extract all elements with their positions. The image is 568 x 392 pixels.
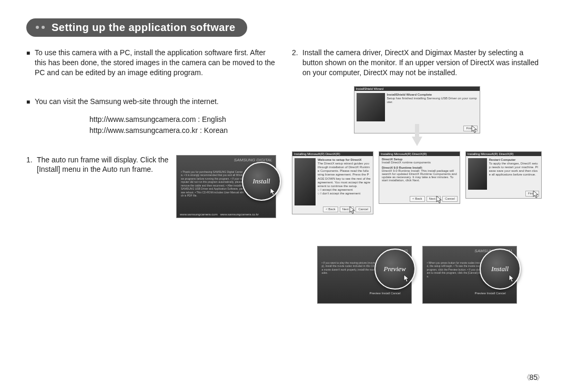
page-heading: Setting up the application software (26, 18, 542, 38)
install-body: • When you press button for movie codec … (427, 261, 485, 278)
preview-buttons: Preview Install Cancel (369, 292, 400, 295)
dialog-heading: InstallShield Wizard Complete (387, 93, 432, 96)
dialog-heading: Restart Computer (489, 158, 516, 161)
intro-paragraph-1: ■ To use this camera with a PC, install … (26, 48, 276, 78)
install-zoom-circle: Install (242, 162, 281, 201)
step-1: 1. The auto run frame will display. Clic… (26, 155, 170, 175)
preview-body: • If you want to play the moving picture… (322, 261, 380, 275)
heading-text: Setting up the application software (52, 22, 236, 33)
directx-setup-dialog: Installing Microsoft(R) DirectX(R) Direc… (379, 151, 460, 204)
square-bullet-icon: ■ (26, 48, 35, 78)
cursor-icon (435, 195, 443, 204)
intro-2-text: You can visit the Samsung web-site throu… (35, 97, 276, 107)
install-zoom-label: Install (252, 177, 270, 185)
step-2: 2. Install the camera driver, DirectX an… (292, 48, 542, 78)
cursor-icon (532, 190, 540, 199)
intro-1-text: To use this camera with a PC, install th… (35, 48, 276, 78)
website-urls: http://www.samsungcamera.com : English h… (89, 114, 276, 136)
left-column: ■ To use this camera with a PC, install … (26, 48, 276, 304)
cursor-icon (403, 274, 410, 283)
step-1-number: 1. (26, 155, 34, 175)
intro-paragraph-2: ■ You can visit the Samsung web-site thr… (26, 97, 276, 107)
dialog-sub: Install DirectX runtime components (382, 161, 431, 164)
dialog-title: Installing Microsoft(R) DirectX(R) (466, 152, 541, 156)
install-zoom-label-2: Install (491, 265, 509, 273)
heading-dots-icon (36, 26, 45, 29)
arrow-down-icon (412, 137, 422, 146)
manual-page: Setting up the application software ■ To… (0, 0, 568, 392)
directx-restart-dialog: Installing Microsoft(R) DirectX(R) Resta… (465, 151, 542, 199)
autorun-brand: SAMSUNG DIGITAL (234, 158, 272, 162)
dialog-title: Installing Microsoft(R) DirectX(R) (292, 152, 373, 156)
autorun-footer: www.samsungcamera.com www.samsungcamera.… (180, 213, 259, 216)
step-2-text: Install the camera driver, DirectX and D… (302, 48, 542, 78)
step-2-number: 2. (292, 48, 299, 78)
dialog-title: InstallShield Wizard (354, 87, 480, 91)
cancel-button[interactable]: Cancel (442, 196, 458, 201)
preview-zoom-circle: Preview (374, 249, 415, 290)
autorun-body-text: • Thank you for purchasing SAMSUNG Digit… (181, 170, 244, 198)
two-column-layout: ■ To use this camera with a PC, install … (26, 48, 542, 304)
step-1-text: The auto run frame will display. Click t… (37, 155, 170, 175)
dialog-body: To apply the changes, DirectX setup need… (489, 162, 538, 177)
dialog-side-image (468, 158, 487, 190)
dialog-side-image (357, 93, 385, 121)
cancel-button[interactable]: Cancel (356, 207, 371, 212)
cursor-icon (508, 274, 515, 283)
install-zoom-circle-2: Install (480, 249, 521, 290)
directx-dialog-row: Installing Microsoft(R) DirectX(R) Welco… (292, 151, 542, 214)
step-1-row: 1. The auto run frame will display. Clic… (26, 155, 276, 218)
install-screenshot: SAMSUNG DIGITAL • When you press button … (422, 246, 517, 304)
cursor-icon (471, 125, 478, 134)
url-english: http://www.samsungcamera.com : English (89, 114, 276, 125)
preview-zoom-label: Preview (383, 265, 405, 273)
preview-screenshot: SAMSUNG • If you want to play the moving… (317, 246, 412, 304)
back-button[interactable]: < Back (410, 196, 425, 201)
dialog-heading: Welcome to setup for DirectX (318, 158, 362, 161)
cursor-icon (269, 187, 277, 197)
page-number: 85 (523, 373, 544, 383)
heading-pill: Setting up the application software (26, 18, 247, 37)
dialog-side-image (295, 158, 316, 205)
back-button[interactable]: < Back (323, 207, 338, 212)
autorun-screenshot: SAMSUNG DIGITAL • Thank you for purchasi… (176, 155, 276, 218)
right-column: 2. Install the camera driver, DirectX an… (292, 48, 542, 304)
directx-welcome-dialog: Installing Microsoft(R) DirectX(R) Welco… (292, 151, 373, 214)
dialog-body: The DirectX setup wizard guides you thro… (318, 162, 371, 188)
url-korean: http://www.samsungcamera.co.kr : Korean (89, 125, 276, 136)
square-bullet-icon: ■ (26, 97, 35, 107)
install-buttons: Preview Install Cancel (474, 292, 505, 295)
cursor-icon (349, 205, 356, 215)
dialog-body: Setup has finished installing Samsung US… (387, 97, 477, 104)
dialog-title: Installing Microsoft(R) DirectX(R) (379, 152, 460, 156)
install-flow: InstallShield Wizard InstallShield Wizar… (292, 86, 542, 304)
codec-screenshots-row: SAMSUNG • If you want to play the moving… (317, 246, 517, 304)
dialog-body: DirectX 9.0 Runtime Install: This instal… (382, 169, 457, 182)
